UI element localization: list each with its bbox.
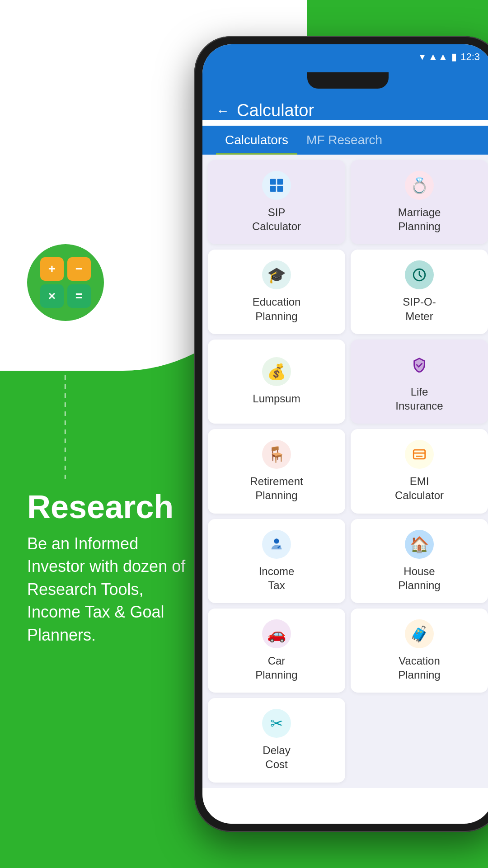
dashed-line-decoration	[65, 330, 66, 484]
notch	[307, 72, 389, 89]
page-title: Calculator	[237, 101, 314, 120]
vacation-icon: 🧳	[405, 619, 434, 648]
phone-frame: ▾ ▲▲ ▮ 12:3 ← Calculator Calculators MF …	[194, 36, 488, 832]
svg-rect-2	[270, 186, 276, 192]
equals-icon: =	[67, 284, 91, 308]
life-insurance-icon	[405, 350, 434, 379]
svg-rect-3	[277, 186, 283, 192]
marriage-planning-label: MarriagePlanning	[398, 205, 441, 233]
battery-icon: ▮	[451, 51, 457, 63]
emi-calculator-card[interactable]: EMICalculator	[351, 429, 488, 513]
sip-o-meter-icon	[405, 260, 434, 289]
education-planning-card[interactable]: 🎓 EducationPlanning	[208, 250, 345, 334]
time-display: 12:3	[460, 51, 480, 63]
phone-outer-shell: ▾ ▲▲ ▮ 12:3 ← Calculator Calculators MF …	[194, 36, 488, 832]
status-bar: ▾ ▲▲ ▮ 12:3	[202, 44, 488, 69]
lumpsum-label: Lumpsum	[253, 392, 300, 406]
phone-screen: ▾ ▲▲ ▮ 12:3 ← Calculator Calculators MF …	[202, 44, 488, 824]
sip-calculator-label: SIPCalculator	[252, 205, 301, 233]
calculator-grid: SIPCalculator 💍 MarriagePlanning 🎓 Educa…	[208, 160, 488, 783]
research-heading: Research	[27, 488, 190, 525]
vacation-planning-card[interactable]: 🧳 VacationPlanning	[351, 609, 488, 693]
lumpsum-icon: 💰	[262, 357, 291, 386]
multiply-icon: ×	[40, 284, 64, 308]
minus-icon: −	[67, 257, 91, 281]
retirement-planning-label: RetirementPlanning	[250, 474, 303, 502]
marriage-icon: 💍	[405, 171, 434, 200]
sip-o-meter-card[interactable]: SIP-O-Meter	[351, 250, 488, 334]
lumpsum-card[interactable]: 💰 Lumpsum	[208, 340, 345, 424]
delay-cost-label: DelayCost	[263, 743, 290, 771]
signal-icon: ▲▲	[428, 51, 448, 63]
research-description: Be an Informed Investor with dozen of Re…	[27, 533, 190, 646]
tabs-bar: Calculators MF Research	[202, 126, 488, 155]
delay-cost-icon: ✂	[262, 709, 291, 738]
svg-rect-5	[413, 450, 425, 459]
income-tax-card[interactable]: IncomeTax	[208, 519, 345, 603]
sip-calculator-card[interactable]: SIPCalculator	[208, 160, 345, 244]
life-insurance-card[interactable]: LifeInsurance	[351, 340, 488, 424]
house-planning-card[interactable]: 🏠 HousePlanning	[351, 519, 488, 603]
life-insurance-label: LifeInsurance	[395, 385, 443, 413]
vacation-planning-label: VacationPlanning	[398, 654, 440, 682]
house-planning-label: HousePlanning	[398, 564, 440, 592]
svg-rect-0	[270, 179, 276, 185]
marriage-planning-card[interactable]: 💍 MarriagePlanning	[351, 160, 488, 244]
calculator-grid-content: SIPCalculator 💍 MarriagePlanning 🎓 Educa…	[202, 155, 488, 788]
svg-rect-1	[277, 179, 283, 185]
notch-bar	[202, 69, 488, 92]
research-section: Research Be an Informed Investor with do…	[27, 488, 190, 646]
retirement-icon: 🪑	[262, 440, 291, 469]
income-tax-icon	[262, 530, 291, 559]
svg-point-8	[274, 538, 279, 543]
calculator-icon-circle: + − × =	[27, 244, 104, 321]
house-icon: 🏠	[405, 530, 434, 559]
delay-cost-card[interactable]: ✂ DelayCost	[208, 698, 345, 782]
app-header: ← Calculator	[202, 92, 488, 120]
plus-icon: +	[40, 257, 64, 281]
car-planning-label: CarPlanning	[255, 654, 297, 682]
education-icon: 🎓	[262, 260, 291, 289]
sip-o-meter-label: SIP-O-Meter	[403, 295, 436, 323]
sip-icon	[262, 171, 291, 200]
retirement-planning-card[interactable]: 🪑 RetirementPlanning	[208, 429, 345, 513]
emi-calculator-label: EMICalculator	[395, 474, 444, 502]
income-tax-label: IncomeTax	[259, 564, 295, 592]
tab-calculators[interactable]: Calculators	[216, 126, 297, 155]
back-button[interactable]: ←	[216, 103, 230, 118]
emi-icon	[405, 440, 434, 469]
car-planning-card[interactable]: 🚗 CarPlanning	[208, 609, 345, 693]
car-icon: 🚗	[262, 619, 291, 648]
education-planning-label: EducationPlanning	[253, 295, 301, 323]
tab-mf-research[interactable]: MF Research	[297, 126, 391, 155]
status-icons: ▾ ▲▲ ▮ 12:3	[420, 51, 480, 63]
wifi-icon: ▾	[420, 51, 425, 63]
